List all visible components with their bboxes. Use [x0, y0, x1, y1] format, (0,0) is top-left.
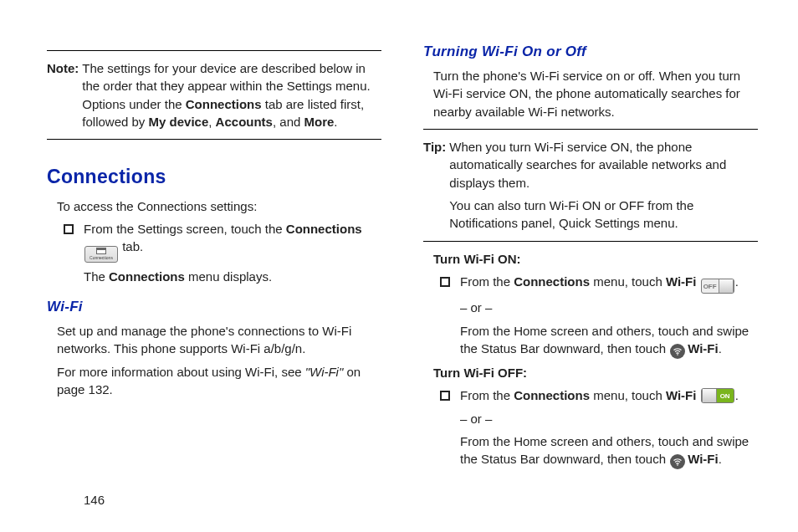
bold: Connections — [186, 97, 262, 111]
square-bullet-icon — [440, 277, 450, 287]
bold: Connections — [286, 222, 362, 236]
or-line: – or – — [460, 410, 758, 427]
or-line: – or – — [460, 299, 758, 316]
crossref: "Wi-Fi" — [305, 365, 344, 379]
paragraph: From the Home screen and others, touch a… — [460, 322, 758, 359]
svg-point-1 — [677, 464, 678, 466]
bold: Connections — [514, 388, 590, 402]
rule — [47, 50, 381, 51]
page-number: 146 — [84, 493, 105, 507]
text: menu, touch — [590, 388, 666, 402]
text: For more information about using Wi-Fi, … — [57, 365, 305, 379]
square-bullet-icon — [440, 391, 450, 401]
connections-tab-icon: Connections — [84, 246, 118, 263]
wifi-icon — [670, 344, 685, 359]
text: tab. — [119, 239, 143, 253]
bold: Turn Wi-Fi ON: — [433, 252, 521, 266]
bold: My device — [149, 115, 209, 129]
bullet-item: From the Connections menu, touch Wi-Fi O… — [423, 386, 758, 404]
bullet-text: From the Settings screen, touch the Conn… — [84, 220, 381, 262]
left-column: Note: The settings for your device are d… — [47, 42, 381, 507]
paragraph: From the Home screen and others, touch a… — [460, 432, 758, 469]
text: , and — [273, 115, 304, 129]
manual-page: Note: The settings for your device are d… — [0, 0, 798, 532]
text: menu displays. — [185, 269, 272, 284]
note-body: The settings for your device are describ… — [82, 59, 381, 130]
toggle-on-icon: ON — [701, 388, 734, 403]
rule — [47, 139, 381, 140]
paragraph: For more information about using Wi-Fi, … — [57, 363, 381, 399]
bold: Wi-Fi — [688, 341, 719, 356]
text: , — [208, 115, 215, 129]
text: You can also turn Wi-Fi ON or OFF from t… — [449, 198, 693, 230]
rule — [423, 241, 758, 242]
bullet-text: From the Connections menu, touch Wi-Fi O… — [460, 386, 758, 404]
bold: Connections — [514, 274, 590, 289]
text: menu, touch — [590, 274, 666, 289]
bold: Accounts — [216, 115, 273, 129]
paragraph: The Connections menu displays. — [84, 268, 381, 285]
bullet-text: From the Connections menu, touch Wi-Fi O… — [460, 273, 758, 294]
heading-connections: Connections — [47, 163, 381, 191]
svg-point-0 — [677, 354, 678, 356]
bullet-item: From the Settings screen, touch the Conn… — [47, 220, 381, 262]
chip-label: Connections — [90, 255, 113, 261]
subheading-wifi: Wi-Fi — [47, 297, 381, 317]
right-column: Turning Wi-Fi On or Off Turn the phone's… — [423, 42, 758, 507]
text: From the — [460, 388, 514, 402]
bold: More — [304, 115, 334, 129]
bold: Wi-Fi — [688, 452, 719, 466]
text: The — [84, 269, 109, 284]
toggle-off-icon: OFF — [701, 279, 734, 294]
bold: Wi-Fi — [666, 388, 697, 402]
bold: Connections — [109, 269, 185, 284]
note-block: Note: The settings for your device are d… — [47, 59, 381, 130]
text: From the Settings screen, touch the — [84, 222, 286, 236]
tip-body: When you turn Wi-Fi service ON, the phon… — [449, 138, 758, 232]
text: From the — [460, 274, 514, 289]
note-label: Note: — [47, 59, 82, 130]
text: OFF — [702, 282, 719, 291]
paragraph: To access the Connections settings: — [57, 197, 381, 215]
paragraph: Set up and manage the phone's connection… — [57, 322, 381, 358]
label-turn-off: Turn Wi-Fi OFF: — [433, 364, 758, 381]
tip-label: Tip: — [423, 138, 449, 232]
rule — [423, 129, 758, 130]
tip-block: Tip: When you turn Wi-Fi service ON, the… — [423, 138, 758, 232]
bold: Wi-Fi — [666, 274, 697, 289]
bold: Turn Wi-Fi OFF: — [433, 366, 527, 380]
text: . — [334, 115, 337, 129]
bullet-item: From the Connections menu, touch Wi-Fi O… — [423, 273, 758, 294]
text: ON — [717, 389, 734, 402]
paragraph: Turn the phone's Wi-Fi service on or off… — [433, 67, 758, 120]
label-turn-on: Turn Wi-Fi ON: — [433, 250, 758, 268]
wifi-icon — [670, 454, 685, 469]
subheading-wifi-onoff: Turning Wi-Fi On or Off — [423, 42, 758, 62]
text: When you turn Wi-Fi service ON, the phon… — [449, 140, 726, 190]
square-bullet-icon — [64, 224, 74, 234]
